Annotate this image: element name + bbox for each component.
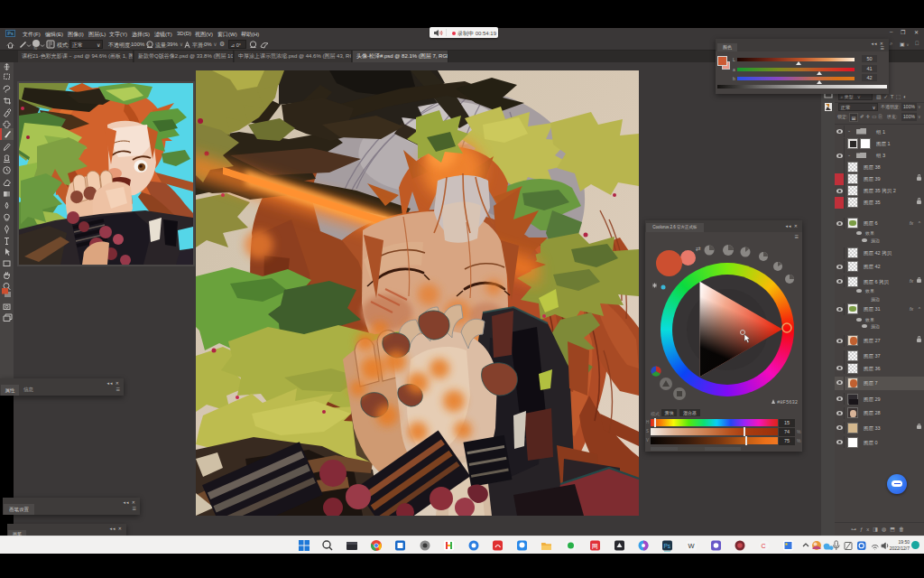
svg-text:网: 网	[592, 543, 598, 549]
svg-text:W: W	[688, 542, 696, 550]
svg-text:#8F5632: #8F5632	[777, 399, 798, 406]
svg-text:C: C	[762, 543, 766, 549]
svg-text:Ps: Ps	[664, 543, 671, 549]
